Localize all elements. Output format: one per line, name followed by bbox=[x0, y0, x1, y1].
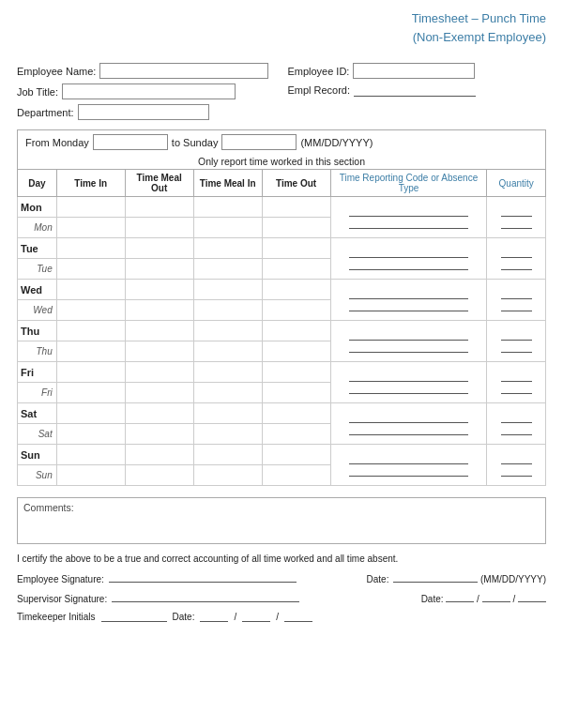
time-sub-cell[interactable] bbox=[193, 259, 262, 280]
time-sub-cell[interactable] bbox=[193, 424, 262, 445]
time-cell[interactable] bbox=[193, 238, 262, 259]
trc-cell-mon bbox=[330, 197, 487, 238]
trc-cell-sun bbox=[330, 445, 487, 486]
time-sub-cell[interactable] bbox=[262, 383, 330, 403]
time-cell[interactable] bbox=[125, 403, 193, 424]
tk-date-label: Date: bbox=[173, 612, 195, 622]
trc-cell-thu bbox=[330, 321, 487, 362]
time-sub-cell[interactable] bbox=[56, 383, 125, 403]
from-date-input[interactable] bbox=[93, 134, 168, 150]
quantity-header: Quantity bbox=[487, 170, 546, 197]
department-input[interactable] bbox=[78, 104, 209, 120]
day-cell-fri: Fri bbox=[18, 362, 57, 383]
time-sub-cell[interactable] bbox=[125, 424, 193, 445]
qty-cell-sat bbox=[487, 403, 546, 445]
time-sub-cell[interactable] bbox=[56, 424, 125, 445]
time-sub-cell[interactable] bbox=[193, 341, 262, 362]
time-cell[interactable] bbox=[262, 362, 330, 383]
time-sub-cell[interactable] bbox=[125, 465, 193, 486]
time-cell[interactable] bbox=[125, 280, 193, 300]
time-cell[interactable] bbox=[56, 445, 125, 465]
qty-cell-sun bbox=[487, 445, 546, 486]
time-cell[interactable] bbox=[262, 445, 330, 465]
time-cell[interactable] bbox=[56, 362, 125, 383]
time-cell[interactable] bbox=[193, 280, 262, 300]
time-sub-cell[interactable] bbox=[125, 383, 193, 403]
time-cell[interactable] bbox=[193, 321, 262, 341]
time-cell[interactable] bbox=[125, 238, 193, 259]
time-sub-cell[interactable] bbox=[262, 465, 330, 486]
day-sub-cell-sat: Sat bbox=[18, 424, 57, 445]
time-sub-cell[interactable] bbox=[125, 218, 193, 238]
day-sub-cell-sun: Sun bbox=[18, 465, 57, 486]
table-row: Mon bbox=[18, 197, 546, 218]
date-range-row: From Monday to Sunday (MM/DD/YYYY) bbox=[17, 129, 546, 154]
qty-cell-tue bbox=[487, 238, 546, 280]
table-row: Sun bbox=[18, 445, 546, 465]
time-cell[interactable] bbox=[262, 280, 330, 300]
time-cell[interactable] bbox=[193, 197, 262, 218]
time-sub-cell[interactable] bbox=[193, 383, 262, 403]
table-row: Fri bbox=[18, 362, 546, 383]
sup-date-line2 bbox=[482, 589, 510, 602]
day-sub-cell-mon: Mon bbox=[18, 218, 57, 238]
time-cell[interactable] bbox=[262, 403, 330, 424]
time-cell[interactable] bbox=[125, 362, 193, 383]
trc-cell-sat bbox=[330, 403, 487, 445]
time-cell[interactable] bbox=[56, 238, 125, 259]
to-label: to Sunday bbox=[172, 137, 219, 148]
employee-sig-row: Employee Signature: Date: (MM/DD/YYYY) bbox=[17, 569, 546, 584]
time-sub-cell[interactable] bbox=[56, 300, 125, 321]
time-cell[interactable] bbox=[125, 445, 193, 465]
time-cell[interactable] bbox=[56, 403, 125, 424]
trc-cell-fri bbox=[330, 362, 487, 403]
time-sub-cell[interactable] bbox=[262, 341, 330, 362]
time-sub-cell[interactable] bbox=[125, 259, 193, 280]
job-title-input[interactable] bbox=[62, 83, 236, 99]
time-cell[interactable] bbox=[193, 445, 262, 465]
day-cell-wed: Wed bbox=[18, 280, 57, 300]
department-label: Department: bbox=[17, 107, 74, 118]
employee-id-input[interactable] bbox=[353, 63, 475, 79]
time-out-header: Time Out bbox=[262, 170, 330, 197]
time-sub-cell[interactable] bbox=[262, 424, 330, 445]
time-sub-cell[interactable] bbox=[193, 465, 262, 486]
time-cell[interactable] bbox=[262, 321, 330, 341]
time-sub-cell[interactable] bbox=[193, 300, 262, 321]
time-cell[interactable] bbox=[193, 403, 262, 424]
time-sub-cell[interactable] bbox=[262, 300, 330, 321]
time-cell[interactable] bbox=[125, 197, 193, 218]
time-sub-cell[interactable] bbox=[56, 218, 125, 238]
tk-date-line3 bbox=[284, 609, 312, 622]
time-cell[interactable] bbox=[262, 197, 330, 218]
day-sub-cell-fri: Fri bbox=[18, 383, 57, 403]
time-sub-cell[interactable] bbox=[125, 341, 193, 362]
day-header: Day bbox=[18, 170, 57, 197]
day-cell-mon: Mon bbox=[18, 197, 57, 218]
time-sub-cell[interactable] bbox=[56, 259, 125, 280]
employee-info-section: Employee Name: Job Title: Department: Em… bbox=[17, 63, 546, 120]
time-sub-cell[interactable] bbox=[56, 465, 125, 486]
time-cell[interactable] bbox=[56, 321, 125, 341]
employee-id-label: Employee ID: bbox=[287, 66, 349, 77]
time-cell[interactable] bbox=[125, 321, 193, 341]
tk-initials-label: Timekeeper Initials bbox=[17, 612, 96, 622]
time-sub-cell[interactable] bbox=[125, 300, 193, 321]
certification-text: I certify the above to be a true and cor… bbox=[17, 554, 546, 564]
time-cell[interactable] bbox=[193, 362, 262, 383]
time-sub-cell[interactable] bbox=[262, 259, 330, 280]
time-cell[interactable] bbox=[56, 280, 125, 300]
time-sub-cell[interactable] bbox=[262, 218, 330, 238]
emp-date-line bbox=[393, 569, 478, 583]
time-cell[interactable] bbox=[262, 238, 330, 259]
timesheet-table: Day Time In Time Meal Out Time Meal In T… bbox=[17, 169, 546, 486]
employee-name-input[interactable] bbox=[99, 63, 268, 79]
to-date-input[interactable] bbox=[221, 134, 297, 150]
time-sub-cell[interactable] bbox=[56, 341, 125, 362]
tk-date-line1 bbox=[200, 609, 228, 622]
date-label: Date: bbox=[367, 574, 389, 584]
time-sub-cell[interactable] bbox=[193, 218, 262, 238]
time-cell[interactable] bbox=[56, 197, 125, 218]
comments-section: Comments: bbox=[17, 497, 546, 544]
table-row: Tue bbox=[18, 238, 546, 259]
